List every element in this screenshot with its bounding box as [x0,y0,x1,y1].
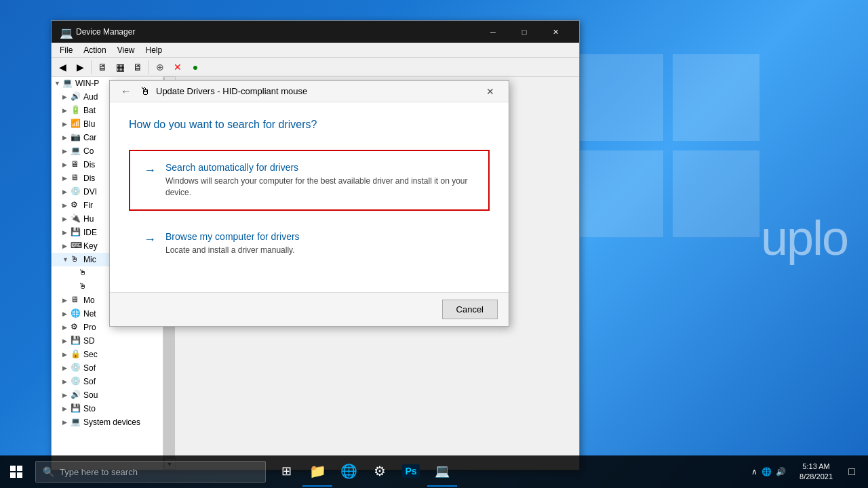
arrow-right-icon-1: → [144,163,156,178]
option1-label: Search automatically for drivers [165,162,475,173]
windows-logo-watermark [576,54,766,247]
toolbar-monitor[interactable]: 🖥 [130,59,146,75]
taskbar-search-box[interactable]: 🔍 [35,461,266,483]
clock-date: 8/28/2021 [800,472,833,482]
toolbar-update[interactable]: ● [187,59,203,75]
menu-view[interactable]: View [112,43,140,58]
option2-description: Locate and install a driver manually. [165,245,300,256]
dialog-body: How do you want to search for drivers? →… [110,102,509,292]
svg-rect-4 [10,466,16,471]
svg-rect-0 [576,54,663,141]
arrow-right-icon-2: → [144,232,156,247]
window-controls: ─ □ ✕ [477,21,571,43]
toolbar-sep1 [91,60,92,74]
file-explorer-button[interactable]: 📁 [302,457,332,487]
device-manager-window: 💻 Device Manager ─ □ ✕ File Action View … [51,20,580,470]
option1-description: Windows will search your computer for th… [165,176,475,199]
option2-content: Browse my computer for drivers Locate an… [165,231,300,256]
notification-icon: □ [848,466,855,478]
toolbar-sep2 [149,60,149,74]
dialog-close-button[interactable]: ✕ [480,83,500,100]
toolbar-back[interactable]: ◀ [54,59,71,75]
option2-label: Browse my computer for drivers [165,231,300,242]
volume-tray-icon[interactable]: 🔊 [776,467,786,476]
browse-computer-option[interactable]: → Browse my computer for drivers Locate … [129,219,490,268]
uplo-watermark: uplo [761,210,848,266]
toolbar-grid[interactable]: ▦ [112,59,128,75]
toolbar-remove[interactable]: ✕ [170,59,186,75]
update-drivers-dialog: ← 🖱 Update Drivers - HID-compliant mouse… [109,80,509,327]
close-button[interactable]: ✕ [540,21,571,43]
menu-action[interactable]: Action [78,43,111,58]
dialog-titlebar: ← 🖱 Update Drivers - HID-compliant mouse… [110,81,509,102]
svg-rect-1 [673,54,760,141]
window-title: Device Manager [76,27,472,37]
menu-help[interactable]: Help [140,43,168,58]
start-button[interactable] [0,455,33,488]
settings-icon: ⚙ [374,463,386,479]
file-explorer-icon: 📁 [309,463,326,479]
svg-rect-3 [673,150,760,237]
menu-file[interactable]: File [54,43,78,58]
dialog-device-icon: 🖱 [140,85,151,98]
chrome-button[interactable]: 🌐 [334,457,363,487]
taskbar: 🔍 ⊞ 📁 🌐 ⚙ Ps 💻 [0,455,868,488]
svg-rect-2 [576,150,663,237]
system-tray: ∧ 🌐 🔊 [746,467,791,476]
toolbar-add[interactable]: ⊕ [152,59,168,75]
window-titlebar: 💻 Device Manager ─ □ ✕ [52,21,579,43]
menu-bar: File Action View Help [52,43,579,58]
toolbar-forward[interactable]: ▶ [72,59,88,75]
taskview-button[interactable]: ⊞ [271,457,301,487]
photoshop-button[interactable]: Ps [396,457,426,487]
chrome-icon: 🌐 [340,463,357,479]
taskbar-right: ∧ 🌐 🔊 5:13 AM 8/28/2021 □ [746,455,868,488]
toolbar: ◀ ▶ 🖥 ▦ 🖥 ⊕ ✕ ● [52,58,579,77]
window-content: ▼ 💻 WIN-P ▶ 🔊 Aud ▶ 🔋 Bat ▶ 📶 Bl [52,77,579,470]
taskbar-apps: ⊞ 📁 🌐 ⚙ Ps 💻 [271,457,457,487]
dialog-back-button[interactable]: ← [118,83,134,100]
cancel-button[interactable]: Cancel [442,300,498,319]
taskbar-search-icon: 🔍 [43,466,54,477]
photoshop-icon: Ps [402,464,419,478]
device-manager-taskbar-button[interactable]: 💻 [427,457,457,487]
system-clock[interactable]: 5:13 AM 8/28/2021 [794,462,838,483]
svg-rect-7 [17,472,22,478]
taskbar-search-input[interactable] [60,467,258,477]
clock-time: 5:13 AM [802,462,829,472]
toolbar-properties[interactable]: 🖥 [94,59,111,75]
notification-button[interactable]: □ [841,455,863,488]
search-automatically-option[interactable]: → Search automatically for drivers Windo… [129,150,490,211]
dialog-question: How do you want to search for drivers? [129,119,490,131]
maximize-button[interactable]: □ [509,21,540,43]
desktop: uplo 💻 Device Manager ─ □ ✕ File Action … [0,0,868,488]
dialog-footer: Cancel [110,292,509,326]
windows-start-icon [10,466,22,478]
dialog-title: Update Drivers - HID-compliant mouse [156,86,480,96]
device-manager-tb-icon: 💻 [435,464,450,479]
svg-rect-6 [10,472,16,478]
option1-content: Search automatically for drivers Windows… [165,162,475,199]
taskview-icon: ⊞ [281,464,292,479]
device-manager-icon: 💻 [60,26,71,37]
svg-rect-5 [17,466,22,471]
network-tray-icon[interactable]: 🌐 [762,467,772,476]
dialog-overlay: ← 🖱 Update Drivers - HID-compliant mouse… [52,77,579,470]
minimize-button[interactable]: ─ [477,21,509,43]
settings-button[interactable]: ⚙ [365,457,395,487]
tray-chevron[interactable]: ∧ [751,467,757,476]
